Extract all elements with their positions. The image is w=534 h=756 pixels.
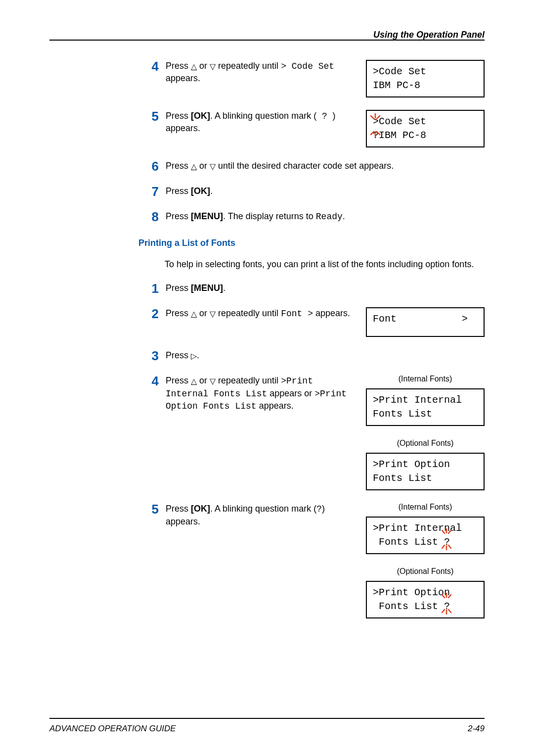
lcd-display: >Code Set IBM PC-8 (366, 60, 485, 97)
down-triangle-icon: ▽ (210, 63, 216, 71)
lcd-display: >Print Internal Fonts List ? (366, 517, 485, 554)
step-text: Press [OK]. A blinking question mark (?)… (166, 503, 357, 527)
step-text: Press [OK]. (166, 185, 485, 197)
lcd-label: (Optional Fonts) (366, 567, 485, 576)
svg-line-11 (448, 545, 451, 548)
step-number: 5 (141, 110, 166, 123)
step-text: Press △ or ▽ repeatedly until >Print Int… (166, 375, 357, 412)
right-triangle-icon: ▷ (191, 352, 197, 360)
step-text: Press △ or ▽ repeatedly until > Code Set… (166, 60, 357, 85)
step-number: 4 (141, 375, 166, 387)
svg-line-17 (448, 610, 451, 613)
lcd-display: >Print Option Fonts List (366, 453, 485, 490)
svg-line-9 (442, 545, 445, 548)
lcd-display: Font > (366, 307, 485, 337)
step-text: Press [MENU]. (166, 282, 485, 294)
bottom-rule (49, 718, 485, 719)
step-text: Press [MENU]. The display returns to Rea… (166, 210, 485, 223)
lcd-label: (Internal Fonts) (366, 503, 485, 512)
svg-line-12 (442, 595, 445, 598)
up-triangle-icon: △ (191, 310, 197, 318)
top-rule (49, 40, 485, 41)
section-heading: Printing a List of Fonts (138, 238, 485, 248)
svg-line-6 (442, 530, 445, 533)
step-text: Press [OK]. A blinking question mark ( ?… (166, 110, 357, 135)
step-text: Press ▷. (166, 349, 485, 361)
svg-line-2 (377, 116, 380, 119)
blink-icon (369, 113, 382, 138)
footer-left: ADVANCED OPERATION GUIDE (49, 724, 176, 734)
lcd-label: (Optional Fonts) (366, 439, 485, 448)
footer-right: 2-49 (468, 724, 485, 734)
step-number: 6 (141, 160, 166, 173)
up-triangle-icon: △ (191, 378, 197, 385)
step-number: 8 (141, 210, 166, 223)
blink-icon (439, 528, 454, 550)
lcd-display: >Print Internal Fonts List (366, 388, 485, 426)
svg-line-8 (448, 530, 451, 533)
lcd-display: >Print Option Fonts List ? (366, 581, 485, 618)
section-intro: To help in selecting fonts, you can prin… (165, 258, 485, 270)
step-number: 5 (141, 503, 166, 516)
down-triangle-icon: ▽ (210, 310, 216, 318)
lcd-label: (Internal Fonts) (366, 375, 485, 383)
step-number: 3 (141, 349, 166, 362)
svg-line-14 (448, 595, 451, 598)
up-triangle-icon: △ (191, 163, 197, 171)
lcd-display: >Code Set ?IBM PC-8 (366, 110, 485, 147)
blink-icon (439, 593, 454, 614)
down-triangle-icon: ▽ (210, 378, 216, 385)
svg-line-3 (371, 132, 374, 135)
svg-line-15 (442, 610, 445, 613)
content: 4 Press △ or ▽ repeatedly until > Code S… (141, 60, 485, 618)
svg-line-0 (371, 116, 374, 119)
page-footer: ADVANCED OPERATION GUIDE 2-49 (49, 724, 485, 734)
step-number: 7 (141, 185, 166, 198)
down-triangle-icon: ▽ (210, 163, 216, 171)
step-text: Press △ or ▽ repeatedly until Font > app… (166, 307, 357, 320)
step-text: Press △ or ▽ until the desired character… (166, 160, 485, 172)
page-header: Using the Operation Panel (49, 30, 485, 40)
step-number: 2 (141, 307, 166, 320)
up-triangle-icon: △ (191, 63, 197, 71)
step-number: 4 (141, 60, 166, 73)
step-number: 1 (141, 282, 166, 295)
svg-line-5 (377, 132, 380, 135)
